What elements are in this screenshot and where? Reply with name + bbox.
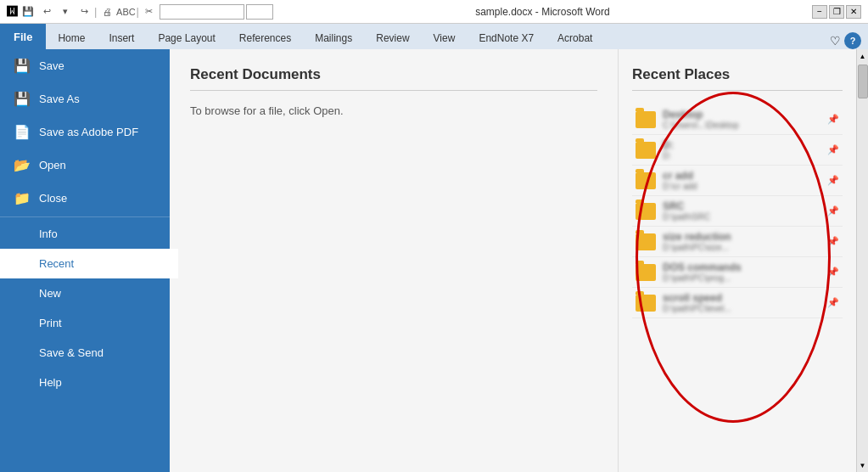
sidebar-label-recent: Recent: [39, 257, 74, 270]
tab-mailings[interactable]: Mailings: [303, 27, 364, 49]
place-name-scroll: scroll speed: [663, 292, 820, 304]
folder-icon-d: [636, 142, 656, 159]
sidebar-item-save[interactable]: 💾 Save: [0, 49, 170, 82]
help-icon[interactable]: ?: [844, 32, 861, 49]
tab-endnote[interactable]: EndNote X7: [467, 27, 546, 49]
save-icon: 💾: [14, 58, 31, 74]
place-item-scroll[interactable]: scroll speed D:\path\PC\level... 📌: [632, 288, 843, 318]
sidebar-label-save-send: Save & Send: [39, 346, 104, 359]
browse-text: To browse for a file, click Open.: [190, 104, 597, 117]
sidebar-item-help[interactable]: Help: [0, 368, 170, 397]
recent-places-panel: Recent Places Desktop C:\Users\...\Deskt…: [619, 49, 856, 472]
place-item-sizered[interactable]: size reduction D:\path\PC\size... 📌: [632, 227, 843, 257]
sidebar-label-help: Help: [39, 376, 62, 389]
tab-acrobat[interactable]: Acrobat: [546, 27, 604, 49]
folder-icon-cradd: [636, 172, 656, 189]
place-path-src: D:\path\SRC: [663, 212, 820, 222]
sep1: |: [94, 5, 97, 18]
place-info-scroll: scroll speed D:\path\PC\level...: [663, 292, 820, 313]
spell-btn[interactable]: ABC: [117, 5, 134, 19]
undo-drop-btn[interactable]: ▾: [57, 5, 74, 19]
folder-icon-src: [636, 203, 656, 220]
save-quick-btn[interactable]: 💾: [20, 5, 36, 19]
sidebar-label-new: New: [39, 287, 61, 300]
pin-icon-sizered[interactable]: 📌: [827, 236, 839, 247]
sidebar-label-close: Close: [39, 192, 67, 205]
tab-review[interactable]: Review: [364, 27, 421, 49]
recent-docs-title: Recent Documents: [190, 66, 597, 91]
place-name-cradd: cr add: [663, 170, 820, 182]
ribbon-right-icons: ♡ ?: [830, 32, 868, 49]
place-path-cradd: D:\cr add: [663, 182, 820, 191]
sidebar-item-open[interactable]: 📂 Open: [0, 149, 170, 182]
pin-icon-d[interactable]: 📌: [827, 144, 839, 155]
tab-page-layout[interactable]: Page Layout: [146, 27, 227, 49]
scrollbar[interactable]: ▲ ▼: [856, 49, 868, 472]
folder-icon-desktop: [636, 111, 656, 128]
undo-btn[interactable]: ↩: [38, 5, 55, 19]
pin-icon-desktop[interactable]: 📌: [827, 114, 839, 125]
sidebar-label-save-adobe: Save as Adobe PDF: [39, 126, 138, 138]
place-item-d[interactable]: D: D: 📌: [632, 135, 843, 166]
sidebar-item-save-as[interactable]: 💾 Save As: [0, 82, 170, 115]
recent-places-title: Recent Places: [632, 66, 843, 91]
minimize-btn[interactable]: −: [812, 5, 827, 19]
scroll-thumb[interactable]: [858, 65, 868, 98]
close-doc-icon: 📁: [14, 190, 31, 206]
place-name-src: SRC: [663, 200, 820, 212]
sidebar-sep1: [0, 216, 170, 217]
tab-references[interactable]: References: [227, 27, 303, 49]
place-item-src[interactable]: SRC D:\path\SRC 📌: [632, 196, 843, 227]
sidebar-label-save: Save: [39, 59, 64, 72]
sep2: |: [136, 5, 138, 18]
place-item-dos[interactable]: DOS commands D:\path\PC\prog... 📌: [632, 257, 843, 288]
restore-btn[interactable]: ❐: [829, 5, 844, 19]
place-name-sizered: size reduction: [663, 231, 820, 243]
place-info-cradd: cr add D:\cr add: [663, 170, 820, 191]
save-as-icon: 💾: [14, 91, 31, 107]
print-preview-btn[interactable]: 🖨: [98, 5, 115, 19]
sidebar-item-recent[interactable]: Recent: [0, 249, 170, 278]
tab-file[interactable]: File: [0, 24, 46, 49]
sidebar-item-info[interactable]: Info: [0, 219, 170, 249]
sidebar-item-save-adobe[interactable]: 📄 Save as Adobe PDF: [0, 115, 170, 149]
window-controls: − ❐ ✕: [812, 5, 861, 19]
place-item-cradd[interactable]: cr add D:\cr add 📌: [632, 166, 843, 196]
pin-icon-src[interactable]: 📌: [827, 205, 839, 216]
tab-insert[interactable]: Insert: [97, 27, 146, 49]
place-name-desktop: Desktop: [663, 109, 820, 121]
folder-icon-dos: [636, 264, 656, 281]
close-btn[interactable]: ✕: [846, 5, 861, 19]
place-path-sizered: D:\path\PC\size...: [663, 243, 820, 252]
recent-docs-panel: Recent Documents To browse for a file, c…: [170, 49, 619, 472]
favorite-icon[interactable]: ♡: [830, 34, 841, 48]
place-name-dos: DOS commands: [663, 261, 820, 273]
tab-view[interactable]: View: [422, 27, 468, 49]
adobe-icon: 📄: [14, 124, 31, 140]
scroll-up-arrow[interactable]: ▲: [857, 49, 869, 63]
tab-home[interactable]: Home: [46, 27, 97, 49]
sidebar-item-new[interactable]: New: [0, 278, 170, 308]
sidebar-item-close[interactable]: 📁 Close: [0, 182, 170, 215]
font-size-input[interactable]: 14: [246, 4, 273, 20]
place-info-d: D: D:: [663, 139, 820, 160]
sidebar-item-save-send[interactable]: Save & Send: [0, 338, 170, 368]
sidebar-label-info: Info: [39, 228, 58, 240]
pin-icon-cradd[interactable]: 📌: [827, 175, 839, 186]
place-info-dos: DOS commands D:\path\PC\prog...: [663, 261, 820, 283]
sidebar-label-save-as: Save As: [39, 93, 80, 105]
font-family-input[interactable]: Tahoma: [160, 4, 244, 20]
scroll-down-arrow[interactable]: ▼: [857, 458, 869, 472]
pin-icon-dos[interactable]: 📌: [827, 267, 839, 278]
cut-btn[interactable]: ✂: [141, 5, 158, 19]
sidebar-item-print[interactable]: Print: [0, 308, 170, 338]
pin-icon-scroll[interactable]: 📌: [827, 297, 839, 308]
place-path-desktop: C:\Users\...\Desktop: [663, 121, 820, 130]
place-item-desktop[interactable]: Desktop C:\Users\...\Desktop 📌: [632, 104, 843, 135]
sidebar-label-open: Open: [39, 159, 66, 171]
place-info-src: SRC D:\path\SRC: [663, 200, 820, 222]
word-icon: 🆆: [7, 5, 18, 18]
folder-icon-scroll: [636, 295, 656, 312]
place-path-scroll: D:\path\PC\level...: [663, 304, 820, 313]
redo-btn[interactable]: ↪: [76, 5, 92, 19]
